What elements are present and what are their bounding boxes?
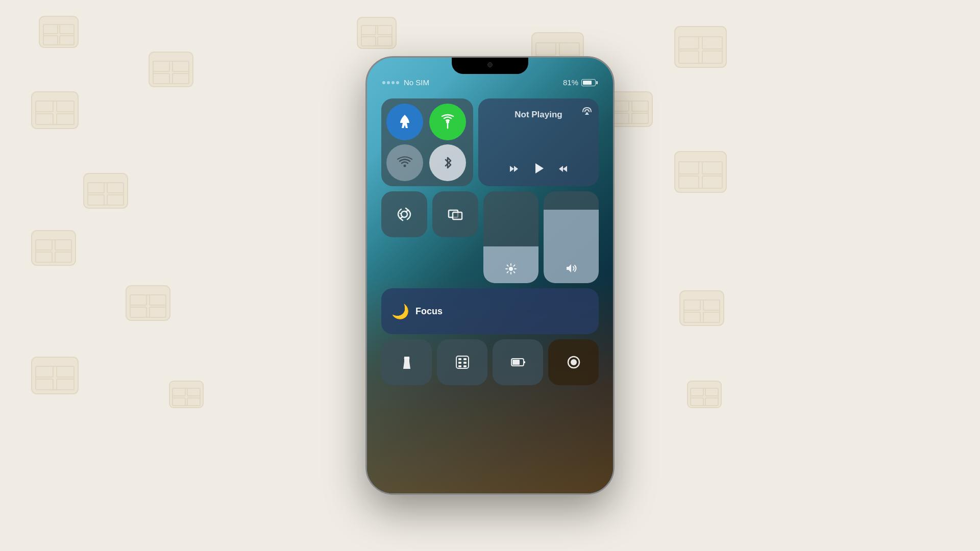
svg-rect-17 bbox=[57, 114, 74, 124]
svg-rect-112 bbox=[456, 356, 469, 368]
volume-icon bbox=[565, 262, 577, 277]
svg-rect-5 bbox=[60, 36, 74, 45]
svg-rect-9 bbox=[173, 61, 189, 71]
brightness-slider[interactable] bbox=[483, 191, 538, 283]
svg-rect-77 bbox=[702, 176, 722, 188]
svg-rect-47 bbox=[187, 398, 200, 406]
svg-rect-88 bbox=[684, 312, 700, 322]
status-left: No SIM bbox=[382, 78, 429, 87]
airplay-button[interactable] bbox=[581, 105, 593, 118]
svg-rect-86 bbox=[684, 300, 700, 310]
svg-rect-38 bbox=[36, 366, 53, 377]
battery-percent: 81% bbox=[563, 78, 578, 87]
svg-rect-16 bbox=[36, 114, 53, 124]
svg-rect-51 bbox=[378, 26, 392, 35]
middle-row bbox=[381, 191, 599, 283]
battery-widget-button[interactable] bbox=[493, 339, 543, 385]
svg-rect-113 bbox=[458, 358, 461, 360]
power-button[interactable] bbox=[613, 165, 615, 211]
svg-rect-115 bbox=[458, 362, 461, 364]
battery-fill bbox=[583, 81, 592, 85]
svg-point-99 bbox=[401, 211, 407, 217]
bluetooth-button[interactable] bbox=[429, 144, 466, 181]
svg-rect-116 bbox=[463, 362, 467, 364]
svg-rect-70 bbox=[612, 113, 629, 123]
svg-rect-118 bbox=[463, 365, 467, 367]
sim-card-13 bbox=[674, 151, 727, 195]
sliders-column bbox=[483, 191, 599, 283]
volume-down-button[interactable] bbox=[365, 203, 367, 236]
focus-button[interactable]: 🌙 Focus bbox=[381, 288, 599, 334]
play-button[interactable] bbox=[531, 161, 546, 179]
svg-line-109 bbox=[513, 265, 514, 266]
top-row: Not Playing bbox=[381, 98, 599, 186]
sim-card-7 bbox=[31, 356, 79, 397]
media-controls bbox=[486, 159, 591, 179]
screen-rotation-button[interactable] bbox=[381, 191, 427, 237]
svg-rect-45 bbox=[187, 388, 200, 396]
svg-rect-22 bbox=[88, 195, 104, 205]
svg-rect-87 bbox=[703, 300, 720, 310]
signal-dot-3 bbox=[391, 81, 395, 84]
svg-rect-95 bbox=[705, 398, 718, 406]
fast-forward-button[interactable] bbox=[557, 163, 569, 178]
phone-notch bbox=[452, 58, 528, 74]
svg-rect-40 bbox=[36, 379, 53, 390]
svg-rect-21 bbox=[107, 183, 124, 193]
svg-line-107 bbox=[507, 265, 508, 266]
battery-body bbox=[581, 79, 596, 86]
calculator-button[interactable] bbox=[437, 339, 487, 385]
status-bar: No SIM 81% bbox=[367, 78, 613, 87]
svg-rect-3 bbox=[60, 24, 74, 34]
volume-slider[interactable] bbox=[544, 191, 599, 283]
svg-point-98 bbox=[404, 165, 406, 167]
airplane-mode-button[interactable] bbox=[386, 104, 423, 140]
sim-card-15 bbox=[679, 290, 725, 329]
bottom-row bbox=[381, 339, 599, 385]
svg-rect-94 bbox=[691, 398, 703, 406]
mute-button[interactable] bbox=[365, 139, 367, 158]
screen-record-button[interactable] bbox=[548, 339, 599, 385]
phone: No SIM 81% bbox=[365, 56, 615, 495]
svg-rect-28 bbox=[36, 252, 52, 262]
svg-point-102 bbox=[509, 267, 513, 271]
svg-rect-26 bbox=[36, 240, 52, 250]
svg-rect-93 bbox=[705, 388, 718, 396]
svg-rect-35 bbox=[150, 307, 166, 317]
svg-rect-29 bbox=[55, 252, 71, 262]
wifi-button[interactable] bbox=[386, 144, 423, 181]
svg-rect-34 bbox=[130, 307, 146, 317]
screen-mirroring-button[interactable] bbox=[432, 191, 478, 237]
sim-card-6 bbox=[125, 285, 171, 323]
rewind-button[interactable] bbox=[508, 163, 520, 178]
flashlight-button[interactable] bbox=[381, 339, 432, 385]
sim-card-2 bbox=[148, 51, 194, 90]
svg-rect-2 bbox=[43, 24, 58, 34]
cellular-button[interactable] bbox=[429, 104, 466, 140]
svg-rect-63 bbox=[702, 37, 722, 49]
svg-rect-62 bbox=[679, 37, 699, 49]
sim-card-16 bbox=[687, 380, 722, 411]
svg-rect-20 bbox=[88, 183, 104, 193]
svg-rect-69 bbox=[632, 101, 648, 111]
moon-icon: 🌙 bbox=[391, 303, 409, 320]
svg-rect-50 bbox=[361, 26, 376, 35]
volume-up-button[interactable] bbox=[365, 165, 367, 197]
svg-rect-11 bbox=[173, 73, 189, 84]
signal-dots bbox=[382, 81, 399, 84]
svg-rect-117 bbox=[458, 365, 461, 367]
svg-rect-33 bbox=[150, 295, 166, 305]
connectivity-panel bbox=[381, 98, 473, 186]
svg-rect-8 bbox=[153, 61, 169, 71]
svg-rect-27 bbox=[55, 240, 71, 250]
svg-line-110 bbox=[507, 271, 508, 272]
svg-rect-114 bbox=[463, 358, 467, 360]
not-playing-label: Not Playing bbox=[486, 110, 591, 120]
battery-tip bbox=[596, 81, 598, 84]
focus-label: Focus bbox=[415, 306, 443, 317]
control-center: Not Playing bbox=[381, 98, 599, 483]
signal-dot-1 bbox=[382, 81, 385, 84]
svg-rect-56 bbox=[536, 43, 556, 55]
sim-card-1 bbox=[38, 15, 79, 51]
svg-rect-14 bbox=[36, 101, 53, 112]
